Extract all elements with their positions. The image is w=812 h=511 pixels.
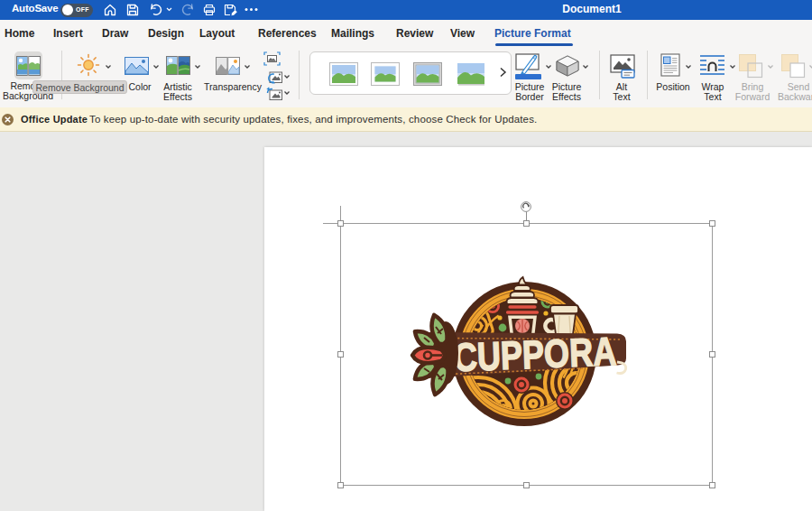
svg-text:CUPPORA: CUPPORA (453, 330, 617, 380)
